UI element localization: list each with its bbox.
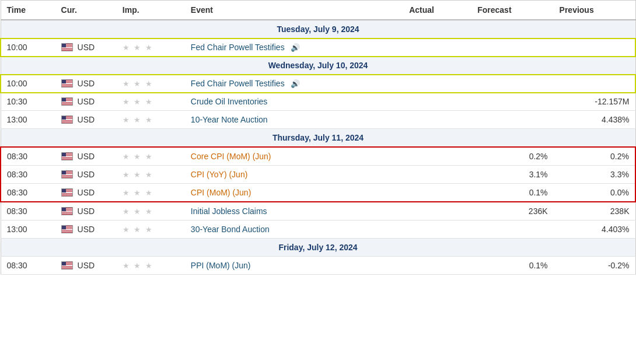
event-previous: -12.157M (554, 93, 635, 111)
event-currency: USD (55, 111, 117, 129)
event-actual (403, 147, 471, 166)
flag-icon (61, 152, 73, 160)
event-currency: USD (55, 202, 117, 220)
event-label: Initial Jobless Claims (191, 206, 267, 216)
importance-stars: ★ ★ ★ (123, 79, 153, 88)
event-importance: ★ ★ ★ (117, 184, 185, 202)
event-time: 08:30 (1, 166, 55, 184)
event-label: 10-Year Note Auction (191, 115, 268, 124)
event-time: 10:30 (1, 93, 55, 111)
event-importance: ★ ★ ★ (117, 93, 185, 111)
event-label: PPI (MoM) (Jun) (191, 261, 251, 270)
event-forecast (471, 38, 553, 57)
event-name[interactable]: CPI (YoY) (Jun) (185, 166, 403, 184)
sound-icon[interactable]: 🔊 (291, 43, 300, 52)
event-name[interactable]: Initial Jobless Claims (185, 202, 403, 220)
event-previous: 0.2% (554, 147, 635, 166)
event-importance: ★ ★ ★ (117, 257, 185, 275)
event-previous: 3.3% (554, 166, 635, 184)
event-name[interactable]: Fed Chair Powell Testifies 🔊 (185, 38, 403, 57)
event-currency: USD (55, 75, 117, 93)
flag-icon (61, 207, 73, 215)
event-label: Crude Oil Inventories (191, 97, 268, 106)
flag-icon (61, 43, 73, 51)
event-label: CPI (YoY) (Jun) (191, 170, 248, 179)
event-actual (403, 93, 471, 111)
event-name[interactable]: PPI (MoM) (Jun) (185, 257, 403, 275)
event-forecast: 0.1% (471, 184, 553, 202)
event-label: Core CPI (MoM) (Jun) (191, 152, 271, 161)
event-time: 08:30 (1, 202, 55, 220)
event-name[interactable]: Crude Oil Inventories (185, 93, 403, 111)
header-currency: Cur. (55, 1, 117, 20)
event-name[interactable]: 30-Year Bond Auction (185, 220, 403, 239)
day-header-label: Tuesday, July 9, 2024 (1, 20, 635, 38)
table-row: 08:30USD★ ★ ★Initial Jobless Claims236K2… (1, 202, 635, 220)
importance-stars: ★ ★ ★ (123, 207, 153, 216)
currency-label: USD (78, 43, 95, 52)
event-importance: ★ ★ ★ (117, 111, 185, 129)
table-row: 08:30USD★ ★ ★Core CPI (MoM) (Jun)0.2%0.2… (1, 147, 635, 166)
event-currency: USD (55, 166, 117, 184)
event-importance: ★ ★ ★ (117, 38, 185, 57)
event-label: CPI (MoM) (Jun) (191, 188, 251, 197)
table-row: 10:00USD★ ★ ★Fed Chair Powell Testifies … (1, 75, 635, 93)
event-label: Fed Chair Powell Testifies (191, 43, 285, 52)
table-row: 13:00USD★ ★ ★10-Year Note Auction4.438% (1, 111, 635, 129)
event-forecast (471, 111, 553, 129)
event-name[interactable]: 10-Year Note Auction (185, 111, 403, 129)
day-header-thursday: Thursday, July 11, 2024 (1, 129, 635, 148)
event-forecast: 3.1% (471, 166, 553, 184)
importance-stars: ★ ★ ★ (123, 152, 153, 161)
day-header-friday: Friday, July 12, 2024 (1, 239, 635, 257)
header-previous: Previous (554, 1, 635, 20)
flag-icon (61, 116, 73, 124)
flag-icon (61, 79, 73, 88)
currency-label: USD (78, 261, 95, 270)
event-name[interactable]: Core CPI (MoM) (Jun) (185, 147, 403, 166)
event-actual (403, 38, 471, 57)
currency-label: USD (78, 188, 95, 197)
event-time: 08:30 (1, 184, 55, 202)
event-currency: USD (55, 38, 117, 57)
event-label: 30-Year Bond Auction (191, 225, 270, 234)
event-time: 10:00 (1, 75, 55, 93)
importance-stars: ★ ★ ★ (123, 116, 153, 124)
flag-icon (61, 170, 73, 178)
event-actual (403, 111, 471, 129)
currency-label: USD (78, 79, 95, 88)
header-time: Time (1, 1, 55, 20)
event-actual (403, 75, 471, 93)
event-name[interactable]: Fed Chair Powell Testifies 🔊 (185, 75, 403, 93)
header-event: Event (185, 1, 403, 20)
sound-icon[interactable]: 🔊 (291, 79, 300, 88)
event-actual (403, 220, 471, 239)
event-forecast (471, 93, 553, 111)
event-time: 13:00 (1, 111, 55, 129)
table-row: 08:30USD★ ★ ★CPI (YoY) (Jun)3.1%3.3% (1, 166, 635, 184)
table-row: 10:30USD★ ★ ★Crude Oil Inventories-12.15… (1, 93, 635, 111)
day-header-label: Friday, July 12, 2024 (1, 239, 635, 257)
event-actual (403, 184, 471, 202)
event-importance: ★ ★ ★ (117, 166, 185, 184)
importance-stars: ★ ★ ★ (123, 225, 153, 234)
event-time: 08:30 (1, 147, 55, 166)
event-label: Fed Chair Powell Testifies (191, 79, 285, 88)
table-row: 08:30USD★ ★ ★CPI (MoM) (Jun)0.1%0.0% (1, 184, 635, 202)
header-forecast: Forecast (471, 1, 553, 20)
event-forecast: 236K (471, 202, 553, 220)
flag-icon (61, 97, 73, 106)
table-row: 08:30USD★ ★ ★PPI (MoM) (Jun)0.1%-0.2% (1, 257, 635, 275)
event-name[interactable]: CPI (MoM) (Jun) (185, 184, 403, 202)
currency-label: USD (78, 206, 95, 216)
header-importance: Imp. (117, 1, 185, 20)
day-header-label: Thursday, July 11, 2024 (1, 129, 635, 148)
flag-icon (61, 225, 73, 233)
event-importance: ★ ★ ★ (117, 75, 185, 93)
event-time: 13:00 (1, 220, 55, 239)
event-previous: 4.438% (554, 111, 635, 129)
event-previous: 238K (554, 202, 635, 220)
table-row: 13:00USD★ ★ ★30-Year Bond Auction4.403% (1, 220, 635, 239)
table-row: 10:00USD★ ★ ★Fed Chair Powell Testifies … (1, 38, 635, 57)
table-header: Time Cur. Imp. Event Actual Forecast Pre… (1, 1, 635, 20)
